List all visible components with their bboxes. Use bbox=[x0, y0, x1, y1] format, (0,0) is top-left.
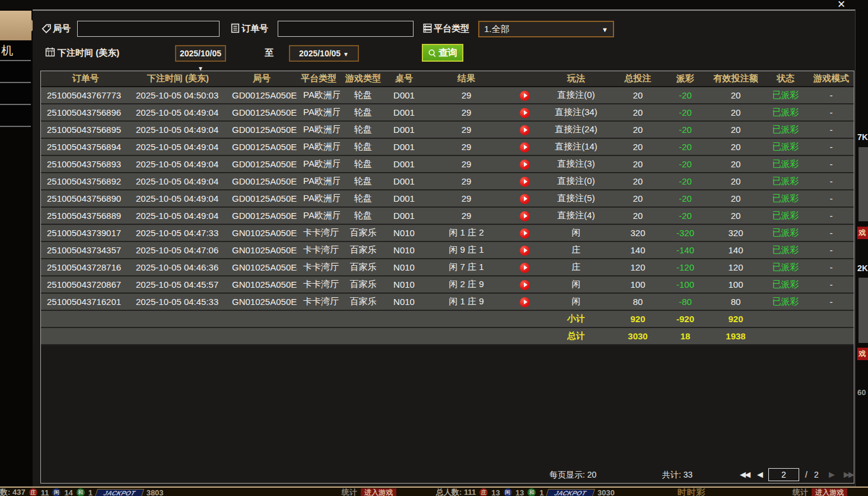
cell: -20 bbox=[662, 207, 709, 224]
cell: 80 bbox=[614, 293, 662, 310]
col-payout: 派彩 bbox=[662, 71, 709, 87]
cell-video bbox=[511, 224, 538, 241]
cell: 20 bbox=[614, 121, 662, 138]
cell: PA欧洲厅 bbox=[297, 87, 340, 104]
cell: -20 bbox=[662, 190, 709, 207]
play-video-icon[interactable] bbox=[520, 228, 530, 239]
cell: 闲 9 庄 1 bbox=[422, 241, 511, 259]
enter-game-button[interactable]: 进入游戏 bbox=[812, 488, 847, 496]
cell: 251005043734357 bbox=[41, 241, 130, 259]
cell: 120 bbox=[614, 259, 662, 276]
cell: 3030 bbox=[614, 328, 662, 345]
play-video-icon[interactable] bbox=[520, 246, 530, 256]
cell: 2025-10-05 04:47:33 bbox=[130, 224, 226, 241]
play-video-icon[interactable] bbox=[520, 263, 530, 273]
cell: 251005043756890 bbox=[41, 190, 130, 207]
cell: - bbox=[809, 104, 854, 121]
cell-video bbox=[511, 276, 538, 293]
cell: 20 bbox=[709, 155, 762, 173]
cell: 已派彩 bbox=[762, 173, 809, 190]
cell: 251005043728716 bbox=[41, 259, 130, 276]
cell: 2025-10-05 04:46:36 bbox=[130, 259, 226, 276]
platform-type-select[interactable]: 1.全部 ▼ bbox=[478, 21, 614, 37]
cell: 100 bbox=[614, 276, 662, 293]
player-count2: 14 bbox=[64, 488, 72, 496]
tie-badge: 和 bbox=[527, 488, 536, 496]
cell: - bbox=[809, 87, 854, 104]
sidebar-selected-item[interactable] bbox=[0, 11, 31, 40]
play-video-icon[interactable] bbox=[520, 108, 530, 118]
play-video-icon[interactable] bbox=[520, 297, 530, 307]
play-triangle bbox=[524, 265, 527, 270]
play-video-icon[interactable] bbox=[520, 211, 530, 221]
cell: 百家乐 bbox=[340, 224, 386, 241]
stats-link[interactable]: 统计 bbox=[793, 487, 808, 496]
cell: -80 bbox=[662, 293, 709, 310]
sidebar-item-partial[interactable] bbox=[0, 62, 31, 83]
cell: 轮盘 bbox=[340, 207, 386, 224]
play-video-icon[interactable] bbox=[520, 142, 530, 152]
bg-fragment bbox=[859, 147, 868, 221]
sidebar-item-partial[interactable]: 机 bbox=[0, 40, 31, 61]
stats-link[interactable]: 统计 bbox=[342, 487, 357, 496]
date-to-select[interactable]: 2025/10/05 ▼ bbox=[289, 45, 359, 62]
cell: 轮盘 bbox=[340, 155, 386, 173]
cell: 251005043756889 bbox=[41, 207, 130, 224]
play-triangle bbox=[524, 214, 527, 218]
order-number-input[interactable] bbox=[278, 21, 414, 37]
cell: 20 bbox=[709, 121, 762, 138]
cell: 直接注(0) bbox=[538, 173, 614, 190]
close-icon[interactable]: ✕ bbox=[834, 0, 849, 10]
date-from-select[interactable]: 2025/10/05 ▼ bbox=[175, 45, 226, 62]
play-video-icon[interactable] bbox=[520, 177, 530, 187]
cell: -20 bbox=[662, 138, 709, 155]
cell: D001 bbox=[386, 190, 422, 207]
page-number-input[interactable] bbox=[768, 468, 799, 481]
enter-game-button[interactable]: 进入游戏 bbox=[361, 488, 396, 496]
cell: 已派彩 bbox=[762, 138, 809, 155]
cell: 29 bbox=[422, 121, 511, 138]
sidebar-item-partial[interactable] bbox=[0, 106, 31, 127]
cell: - bbox=[809, 259, 854, 276]
play-video-icon[interactable] bbox=[520, 91, 530, 101]
cell: GD00125A050EF bbox=[226, 173, 297, 190]
cell: 已派彩 bbox=[762, 293, 809, 310]
play-triangle bbox=[524, 282, 527, 287]
cell: 29 bbox=[422, 173, 511, 190]
next-page-button[interactable]: ▶ bbox=[829, 470, 834, 479]
background-bottom-strip: 数: 437 庄 11 闲 14 和 1 JACKPOT 3803 统计 进入游… bbox=[0, 487, 868, 496]
subtotal-row-label: 小计 bbox=[538, 310, 614, 328]
cell: 20 bbox=[709, 87, 762, 104]
cell: -20 bbox=[662, 87, 709, 104]
cell: 29 bbox=[422, 104, 511, 121]
banker-badge: 庄 bbox=[479, 488, 488, 496]
play-video-icon[interactable] bbox=[520, 280, 530, 290]
platform-selected-value: 1.全部 bbox=[484, 24, 510, 34]
search-icon bbox=[428, 49, 437, 58]
play-video-icon[interactable] bbox=[520, 194, 530, 204]
cell-video bbox=[511, 207, 538, 224]
cell: 20 bbox=[614, 190, 662, 207]
cell-video bbox=[511, 241, 538, 259]
cell: 2025-10-05 04:50:03 bbox=[130, 87, 226, 104]
play-video-icon[interactable] bbox=[520, 125, 530, 135]
date-to-value: 2025/10/05 bbox=[299, 49, 341, 58]
lobby-actions-right: 统计 进入游戏 bbox=[793, 488, 847, 496]
play-video-icon[interactable] bbox=[520, 160, 530, 170]
col-status: 状态 bbox=[762, 71, 809, 87]
cell: 轮盘 bbox=[340, 104, 386, 121]
last-page-button[interactable]: ▶▶ bbox=[844, 470, 853, 479]
cell: 251005043739017 bbox=[41, 224, 130, 241]
round-number-input[interactable] bbox=[77, 21, 220, 37]
bg-enter-game-fragment[interactable]: 戏 bbox=[857, 348, 868, 360]
prev-page-button[interactable]: ◀ bbox=[757, 470, 762, 479]
lottery-title: 时时彩 bbox=[678, 487, 706, 496]
query-button[interactable]: 查询 bbox=[422, 44, 463, 62]
cell: PA欧洲厅 bbox=[297, 173, 340, 190]
first-page-button[interactable]: ◀◀ bbox=[740, 470, 749, 479]
table-row: 2510050437568922025-10-05 04:49:04GD0012… bbox=[41, 173, 854, 190]
bg-enter-game-fragment[interactable]: 戏 bbox=[857, 227, 868, 239]
sidebar-item-partial[interactable] bbox=[0, 84, 31, 105]
cell: 闲 bbox=[538, 293, 614, 310]
cell: 闲 1 庄 2 bbox=[422, 224, 511, 241]
